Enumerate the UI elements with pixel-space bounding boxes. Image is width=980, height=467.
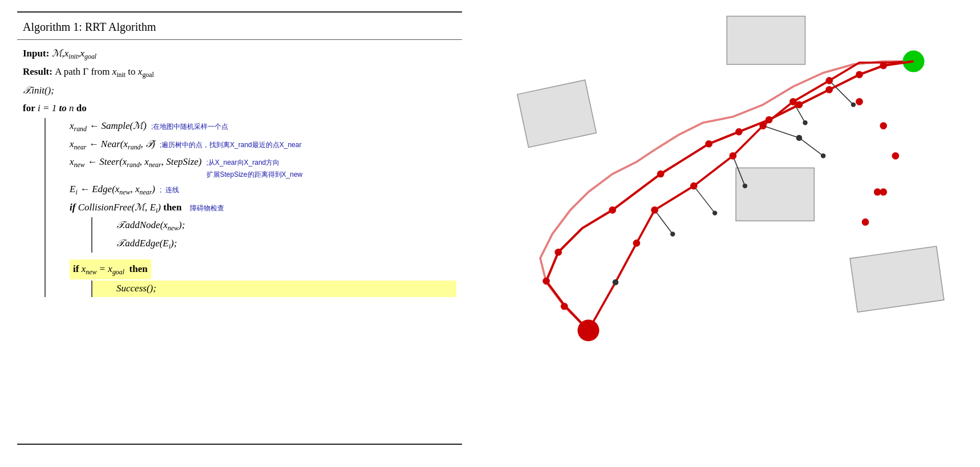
- xnear-annotation: ;遍历树中的点，找到离X_rand最近的点X_near: [160, 139, 302, 151]
- for-block: xrand ← Sample(ℳ) ;在地图中随机采样一个点 xnear ← N…: [44, 118, 456, 297]
- svg-point-52: [825, 86, 833, 94]
- collision-block: 𝒯.addNode(xnew); 𝒯.addEdge(Ei);: [91, 217, 456, 252]
- svg-point-37: [825, 77, 833, 84]
- red-path-nodes: [561, 77, 899, 310]
- svg-point-33: [690, 182, 698, 190]
- svg-point-44: [542, 278, 550, 285]
- collision-annotation: 障碍物检查: [186, 202, 224, 214]
- for-keyword: for: [23, 100, 35, 117]
- svg-point-34: [730, 152, 737, 160]
- input-label: Input:: [23, 46, 52, 62]
- init-code: 𝒯.init();: [23, 83, 54, 99]
- for-block-inner: xrand ← Sample(ℳ) ;在地图中随机采样一个点 xnear ← N…: [46, 118, 456, 297]
- svg-point-46: [609, 206, 616, 214]
- svg-point-54: [880, 62, 887, 70]
- algo-title-bold: Algorithm 1:: [23, 21, 82, 33]
- xnew-annotation: ;从X_near向X_rand方向扩展StepSize的距离得到X_new: [206, 157, 303, 180]
- svg-point-47: [657, 170, 665, 178]
- edge-annotation: ; 连线: [160, 184, 179, 196]
- collision-line: if CollisionFree(ℳ, Ei) then 障碍物检查: [70, 200, 456, 217]
- success-block: Success();: [91, 281, 456, 297]
- success-line: Success();: [116, 281, 456, 297]
- svg-point-48: [705, 140, 712, 148]
- success-code: Success();: [116, 281, 156, 297]
- xnew-code: xnew ← Steer(xrand, xnear, StepSize): [70, 154, 202, 171]
- svg-line-9: [763, 126, 799, 138]
- algo-title: Algorithm 1: RRT Algorithm: [17, 21, 462, 34]
- algo-body: Input: ℳ,xinit,xgoal Result: A path Γ fr…: [17, 46, 462, 297]
- addnode-line: 𝒯.addNode(xnew);: [116, 217, 456, 234]
- viz-area: [485, 11, 963, 445]
- if2-keyword: if: [73, 263, 82, 274]
- algorithm-box: Algorithm 1: RRT Algorithm Input: ℳ,xini…: [17, 11, 462, 445]
- svg-point-28: [851, 102, 856, 107]
- xnear-code: xnear ← Near(xrand, 𝒯): [70, 136, 155, 153]
- goal-check-code: xnew = xgoal: [82, 263, 124, 274]
- svg-point-24: [821, 153, 825, 158]
- collision-block-inner: 𝒯.addNode(xnew); 𝒯.addEdge(Ei);: [92, 217, 456, 252]
- success-block-inner: Success();: [92, 281, 456, 297]
- svg-line-10: [799, 138, 823, 156]
- result-value: A path Γ from xinit to xgoal: [55, 64, 154, 81]
- obstacle-1: [727, 16, 805, 64]
- svg-point-26: [803, 120, 807, 125]
- svg-point-21: [743, 184, 747, 188]
- svg-point-49: [735, 128, 743, 136]
- svg-point-51: [796, 101, 803, 108]
- svg-point-38: [856, 98, 863, 105]
- algo-divider: [17, 39, 462, 40]
- viz-svg: [485, 11, 963, 445]
- input-line: Input: ℳ,xinit,xgoal: [23, 46, 456, 63]
- svg-point-42: [862, 218, 869, 226]
- for-condition: i = 1 to n: [38, 100, 74, 117]
- svg-point-39: [880, 122, 887, 129]
- for-line: for i = 1 to n do: [23, 100, 456, 117]
- xrand-line: xrand ← Sample(ℳ) ;在地图中随机采样一个点: [70, 118, 456, 135]
- xnew-line: xnew ← Steer(xrand, xnear, StepSize) ;从X…: [70, 154, 456, 180]
- svg-line-8: [694, 186, 715, 213]
- svg-point-23: [796, 135, 803, 141]
- xrand-annotation: ;在地图中随机采样一个点: [151, 121, 228, 132]
- svg-line-12: [655, 210, 673, 234]
- do-keyword: do: [76, 100, 87, 117]
- goal-check-line: if xnew = xgoal then: [70, 259, 456, 280]
- addedge-code: 𝒯.addEdge(Ei);: [116, 235, 177, 253]
- svg-point-32: [651, 206, 658, 214]
- xrand-code: xrand ← Sample(ℳ): [70, 118, 147, 135]
- result-line: Result: A path Γ from xinit to xgoal: [23, 64, 456, 81]
- addnode-code: 𝒯.addNode(xnew);: [116, 217, 185, 234]
- svg-point-19: [712, 210, 717, 215]
- svg-point-45: [554, 249, 562, 256]
- init-line: 𝒯.init();: [23, 83, 456, 99]
- obstacle-4: [850, 246, 944, 312]
- svg-point-43: [874, 188, 881, 196]
- obstacle-2: [517, 80, 596, 147]
- svg-point-15: [613, 279, 619, 286]
- svg-point-53: [856, 71, 863, 79]
- obstacle-3: [736, 168, 814, 221]
- xnear-line: xnear ← Near(xrand, 𝒯) ;遍历树中的点，找到离X_rand…: [70, 136, 456, 153]
- spacer: [70, 254, 456, 259]
- goal-check-highlight: if xnew = xgoal then: [70, 259, 151, 280]
- edge-line: Ei ← Edge(xnew, xnear) ; 连线: [70, 181, 456, 198]
- main-container: Algorithm 1: RRT Algorithm Input: ℳ,xini…: [17, 11, 963, 445]
- edge-code: Ei ← Edge(xnew, xnear): [70, 181, 155, 198]
- input-value: ℳ,xinit,xgoal: [52, 46, 97, 63]
- then2-keyword: then: [127, 263, 147, 274]
- addedge-line: 𝒯.addEdge(Ei);: [116, 235, 456, 253]
- then1-keyword: then: [161, 200, 181, 216]
- svg-point-40: [892, 152, 900, 160]
- svg-point-31: [633, 239, 641, 247]
- algo-title-rest: RRT Algorithm: [82, 21, 156, 33]
- collision-code: CollisionFree(ℳ, Ei): [78, 200, 161, 217]
- svg-point-50: [766, 116, 773, 124]
- if1-keyword: if: [70, 200, 78, 216]
- svg-point-29: [670, 232, 675, 236]
- result-label: Result:: [23, 64, 55, 80]
